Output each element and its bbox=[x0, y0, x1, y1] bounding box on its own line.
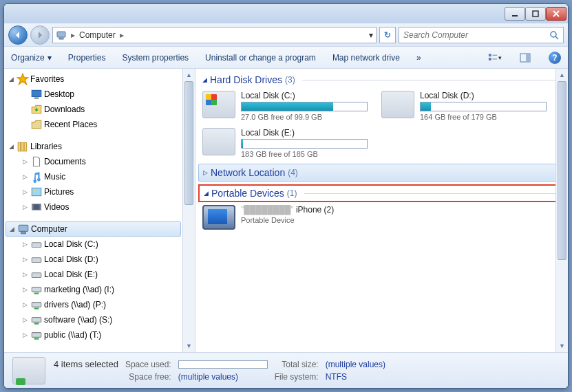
search-icon[interactable] bbox=[549, 30, 559, 40]
drive-c[interactable]: Local Disk (C:) 27.0 GB free of 99.9 GB bbox=[202, 91, 368, 121]
drive-free: 27.0 GB free of 99.9 GB bbox=[241, 113, 368, 121]
uninstall-button[interactable]: Uninstall or change a program bbox=[205, 53, 316, 63]
group-hdd[interactable]: ◢ Hard Disk Drives (3) bbox=[195, 69, 568, 88]
tree-net-p[interactable]: ▷drivers (\\ad) (P:) bbox=[4, 297, 195, 312]
chevron-right-icon: ▸ bbox=[70, 30, 76, 40]
tree-net-s[interactable]: ▷software (\\ad) (S:) bbox=[4, 312, 195, 327]
expand-icon[interactable]: ▷ bbox=[21, 316, 29, 323]
group-count: (4) bbox=[288, 168, 298, 177]
svg-rect-0 bbox=[512, 15, 518, 17]
collapse-icon[interactable]: ◢ bbox=[202, 76, 207, 83]
sidebar-scrollbar[interactable]: ▲ ▼ bbox=[182, 69, 195, 352]
tree-downloads[interactable]: Downloads bbox=[4, 102, 195, 117]
tree-favorites[interactable]: ◢ Favorites bbox=[4, 72, 195, 87]
expand-icon[interactable]: ▷ bbox=[21, 188, 29, 195]
expand-icon[interactable]: ▷ bbox=[21, 331, 29, 338]
view-options-button[interactable]: ▾ bbox=[488, 51, 502, 65]
preview-pane-button[interactable] bbox=[518, 51, 532, 65]
dropdown-icon[interactable]: ▾ bbox=[369, 30, 373, 40]
group-network[interactable]: ▷ Network Location (4) bbox=[198, 164, 565, 182]
tree-local-e[interactable]: ▷Local Disk (E:) bbox=[4, 267, 195, 282]
help-button[interactable]: ? bbox=[549, 52, 561, 64]
scroll-down-icon[interactable]: ▼ bbox=[183, 340, 195, 352]
forward-button[interactable] bbox=[30, 25, 50, 45]
organize-menu[interactable]: Organize ▾ bbox=[11, 53, 52, 63]
drive-free: 164 GB free of 179 GB bbox=[420, 113, 547, 121]
search-input[interactable] bbox=[403, 30, 549, 40]
expand-icon[interactable]: ▷ bbox=[21, 241, 29, 248]
expand-icon[interactable]: ▷ bbox=[21, 204, 29, 210]
properties-button[interactable]: Properties bbox=[68, 53, 106, 63]
network-drive-icon bbox=[30, 314, 43, 325]
drive-d[interactable]: Local Disk (D:) 164 GB free of 179 GB bbox=[381, 91, 547, 121]
capacity-bar bbox=[420, 102, 547, 111]
more-button[interactable]: » bbox=[416, 53, 421, 63]
scroll-up-icon[interactable]: ▲ bbox=[556, 69, 568, 81]
tree-pictures[interactable]: ▷Pictures bbox=[4, 184, 195, 199]
drive-icon bbox=[381, 91, 414, 118]
tree-desktop[interactable]: Desktop bbox=[4, 87, 195, 102]
close-button[interactable] bbox=[546, 7, 566, 21]
tree-label: Local Disk (E:) bbox=[44, 270, 98, 279]
tree-label: Libraries bbox=[30, 142, 62, 151]
content-scrollbar[interactable]: ▲ ▼ bbox=[555, 69, 568, 352]
scroll-down-icon[interactable]: ▼ bbox=[556, 340, 568, 352]
expand-icon[interactable]: ▷ bbox=[21, 173, 29, 180]
minimize-button[interactable] bbox=[505, 7, 525, 21]
tree-music[interactable]: ▷Music bbox=[4, 169, 195, 184]
chevron-down-icon: ▾ bbox=[498, 54, 502, 61]
tree-videos[interactable]: ▷Videos bbox=[4, 199, 195, 215]
drive-e[interactable]: Local Disk (E:) 183 GB free of 185 GB bbox=[202, 128, 368, 158]
refresh-button[interactable]: ↻ bbox=[379, 27, 396, 43]
back-button[interactable] bbox=[8, 25, 28, 45]
capacity-bar bbox=[241, 102, 368, 111]
tree-computer[interactable]: ◢ Computer bbox=[6, 221, 181, 237]
desktop-icon bbox=[30, 89, 43, 100]
svg-rect-2 bbox=[57, 32, 65, 37]
nav-bar: ▸ Computer ▸ ▾ ↻ bbox=[4, 23, 568, 47]
expand-icon[interactable]: ▷ bbox=[21, 158, 29, 165]
expand-icon[interactable]: ▷ bbox=[203, 169, 208, 176]
breadcrumb[interactable]: ▸ Computer ▸ ▾ bbox=[52, 27, 377, 43]
collapse-icon[interactable]: ◢ bbox=[7, 143, 15, 150]
expand-icon[interactable]: ▷ bbox=[21, 286, 29, 293]
label-space-used: Space used: bbox=[125, 360, 171, 369]
collapse-icon[interactable]: ◢ bbox=[8, 226, 16, 232]
device-iphone[interactable]: "████████" iPhone (2) Portable Device bbox=[202, 205, 368, 230]
chevron-right-icon[interactable]: ▸ bbox=[118, 30, 125, 40]
expand-icon[interactable]: ▷ bbox=[21, 256, 29, 263]
scroll-thumb[interactable] bbox=[558, 81, 566, 260]
scroll-thumb[interactable] bbox=[184, 81, 193, 205]
scroll-up-icon[interactable]: ▲ bbox=[183, 69, 195, 81]
tree-net-t[interactable]: ▷public (\\ad) (T:) bbox=[4, 327, 195, 342]
val-space-free: (multiple values) bbox=[178, 372, 268, 382]
group-portable[interactable]: ◢ Portable Devices (1) bbox=[198, 184, 565, 202]
drive-name: Local Disk (D:) bbox=[420, 91, 547, 100]
network-drive-icon bbox=[30, 284, 43, 295]
tree-label: Computer bbox=[31, 224, 67, 234]
computer-icon bbox=[17, 224, 30, 235]
drive-icon bbox=[202, 128, 235, 155]
content-pane: ◢ Hard Disk Drives (3) Local Disk (C:) 2… bbox=[195, 69, 568, 352]
svg-rect-21 bbox=[32, 243, 41, 248]
recent-icon bbox=[30, 119, 43, 130]
svg-rect-11 bbox=[18, 142, 20, 151]
tree-local-c[interactable]: ▷Local Disk (C:) bbox=[4, 237, 195, 252]
collapse-icon[interactable]: ◢ bbox=[204, 190, 209, 197]
tree-recent[interactable]: Recent Places bbox=[4, 117, 195, 132]
tree-local-d[interactable]: ▷Local Disk (D:) bbox=[4, 252, 195, 267]
tree-label: Documents bbox=[44, 157, 86, 166]
search-box[interactable] bbox=[399, 27, 564, 43]
breadcrumb-location[interactable]: Computer bbox=[79, 30, 116, 40]
tree-documents[interactable]: ▷Documents bbox=[4, 154, 195, 169]
maximize-button[interactable] bbox=[525, 7, 546, 21]
expand-icon[interactable]: ▷ bbox=[21, 301, 29, 308]
downloads-icon bbox=[30, 104, 43, 115]
collapse-icon[interactable]: ◢ bbox=[7, 76, 15, 83]
system-properties-button[interactable]: System properties bbox=[122, 53, 189, 63]
tree-libraries[interactable]: ◢ Libraries bbox=[4, 139, 195, 154]
svg-rect-26 bbox=[32, 318, 41, 323]
expand-icon[interactable]: ▷ bbox=[21, 271, 29, 278]
map-drive-button[interactable]: Map network drive bbox=[332, 53, 400, 63]
tree-net-i[interactable]: ▷marketing (\\ad) (I:) bbox=[4, 282, 195, 297]
